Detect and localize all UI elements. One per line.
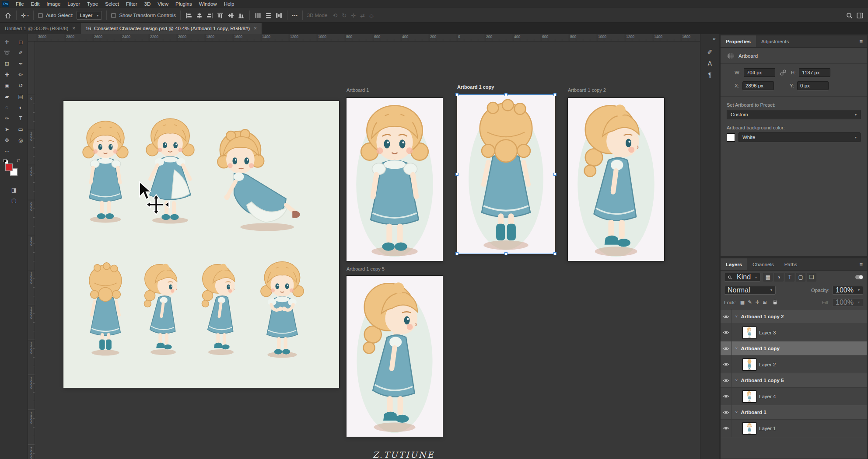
layer-group-row[interactable]: ∨Artboard 1 copy [721,341,867,356]
home-icon[interactable] [4,12,12,19]
tab-paths[interactable]: Paths [779,258,802,270]
lock-transparent-pixels-icon[interactable]: ▦ [739,299,746,305]
slide-3d-icon[interactable]: ⇄ [358,12,367,19]
chevron-down-icon[interactable]: ∨ [735,379,738,382]
pan-3d-icon[interactable]: ✛ [349,12,358,19]
align-top-icon[interactable] [217,12,224,19]
width-field[interactable]: 704 px [744,68,775,77]
artboard-1-copy-2[interactable] [568,98,664,261]
paragraph-panel-icon[interactable]: ¶ [704,69,717,80]
menu-item-view[interactable]: View [154,0,172,8]
visibility-toggle[interactable] [721,341,732,355]
transform-handle[interactable] [504,252,508,255]
layer-thumbnail[interactable] [743,423,756,434]
artboard-label-1-copy[interactable]: Artboard 1 copy [457,84,494,90]
chevron-down-icon[interactable]: ∨ [735,410,738,414]
menu-item-3d[interactable]: 3D [141,0,154,8]
menu-item-image[interactable]: Image [43,0,64,8]
menu-item-help[interactable]: Help [220,0,238,8]
panel-menu-icon[interactable]: ≡ [855,258,867,270]
tab-channels[interactable]: Channels [747,258,779,270]
swap-colors-icon[interactable]: ⇄ [17,158,20,163]
default-colors-icon[interactable] [4,159,7,162]
adjustment-layers-filter-icon[interactable]: ◑ [774,273,784,282]
type-layers-filter-icon[interactable]: T [785,273,794,282]
vertical-ruler[interactable]: 0200400600800100012001400160018002000 [28,42,35,459]
transform-handle[interactable] [553,173,556,176]
rectangle-tool[interactable]: ▭ [14,124,28,135]
dodge-tool[interactable]: ◐ [14,102,28,113]
layer-row[interactable]: Layer 4 [721,388,867,405]
layer-filter-kind-select[interactable]: Kind [724,273,760,282]
close-icon[interactable]: × [72,25,75,31]
blur-tool[interactable]: ◌ [0,102,14,113]
layer-group-row[interactable]: ∨Artboard 1 copy 2 [721,309,867,324]
brush-tool[interactable]: ✏ [14,69,28,80]
more-align-options-button[interactable]: ••• [292,13,298,18]
visibility-toggle[interactable] [721,388,732,405]
shape-layers-filter-icon[interactable]: ▢ [796,273,805,282]
artboard-1[interactable] [346,98,443,261]
document-tab-active[interactable]: 16- Consistent Character design.psd @ 40… [80,23,262,34]
marquee-tool[interactable]: ◻ [14,36,28,47]
eraser-tool[interactable]: ▰ [0,91,14,102]
workspace-switcher-icon[interactable] [856,12,864,19]
visibility-toggle[interactable] [721,373,732,387]
healing-brush-tool[interactable]: ✚ [0,69,14,80]
tab-properties[interactable]: Properties [721,35,756,47]
type-tool[interactable]: T [14,113,28,124]
move-tool[interactable]: ✛ [0,36,14,47]
orbit-3d-icon[interactable]: ⟲ [330,12,340,19]
layer-group-row[interactable]: ∨Artboard 1 copy 5 [721,373,867,388]
height-field[interactable]: 1137 px [799,68,830,77]
distribute-horizontal-icon[interactable] [254,12,262,19]
transform-handle[interactable] [553,252,556,255]
layer-thumbnail[interactable] [743,359,756,370]
layer-thumbnail[interactable] [743,391,756,402]
transform-handle[interactable] [553,93,556,96]
foreground-color-swatch[interactable] [5,163,13,171]
panel-menu-icon[interactable]: ≡ [855,35,867,47]
auto-select-checkbox[interactable] [38,13,43,18]
chevron-down-icon[interactable]: ∨ [735,347,738,350]
visibility-toggle[interactable] [721,356,732,373]
layer-row[interactable]: Layer 2 [721,356,867,373]
align-right-icon[interactable] [206,12,214,19]
align-left-icon[interactable] [185,12,192,19]
menu-item-edit[interactable]: Edit [28,0,43,8]
visibility-toggle[interactable] [721,309,732,323]
lock-image-pixels-icon[interactable]: ✎ [746,299,754,305]
y-field[interactable]: 0 px [797,81,829,90]
eyedropper-tool[interactable]: ✒ [14,58,28,69]
pen-tool[interactable]: ✑ [0,113,14,124]
smart-objects-filter-icon[interactable]: ❏ [807,273,816,282]
menu-item-file[interactable]: File [12,0,28,8]
tab-layers[interactable]: Layers [721,258,747,270]
blend-mode-select[interactable]: Normal [724,286,776,295]
layer-group-row[interactable]: ∨Artboard 1 [721,405,867,420]
distribute-vertical-icon[interactable] [265,12,272,19]
artboard-label-1[interactable]: Artboard 1 [346,87,369,93]
fill-select[interactable]: 100% [832,298,863,307]
character-sheet-artboard[interactable] [63,101,339,388]
history-brush-tool[interactable]: ↺ [14,80,28,91]
menu-item-plugins[interactable]: Plugins [172,0,196,8]
layer-filter-toggle[interactable] [855,275,863,279]
character-panel-icon[interactable]: A [704,58,717,69]
artboard-bg-color-swatch[interactable] [727,133,735,142]
artboard-1-copy[interactable] [457,95,555,254]
artboard-bg-color-select[interactable]: White [738,132,861,142]
transform-handle[interactable] [455,173,458,176]
layer-row[interactable]: Layer 1 [721,420,867,437]
search-icon[interactable] [846,12,853,19]
document-tab-untitled[interactable]: Untitled-1 @ 33.3% (RGB/8) × [0,23,80,34]
transform-handle[interactable] [504,93,508,96]
visibility-toggle[interactable] [721,324,732,341]
crop-tool[interactable]: ⊞ [0,58,14,69]
transform-handle[interactable] [455,93,458,96]
brush-settings-panel-icon[interactable]: ✐ [704,46,717,58]
screen-mode-button[interactable]: ▢ [0,195,28,205]
x-field[interactable]: 2896 px [742,81,774,90]
tab-adjustments[interactable]: Adjustments [756,35,794,47]
menu-item-filter[interactable]: Filter [122,0,141,8]
